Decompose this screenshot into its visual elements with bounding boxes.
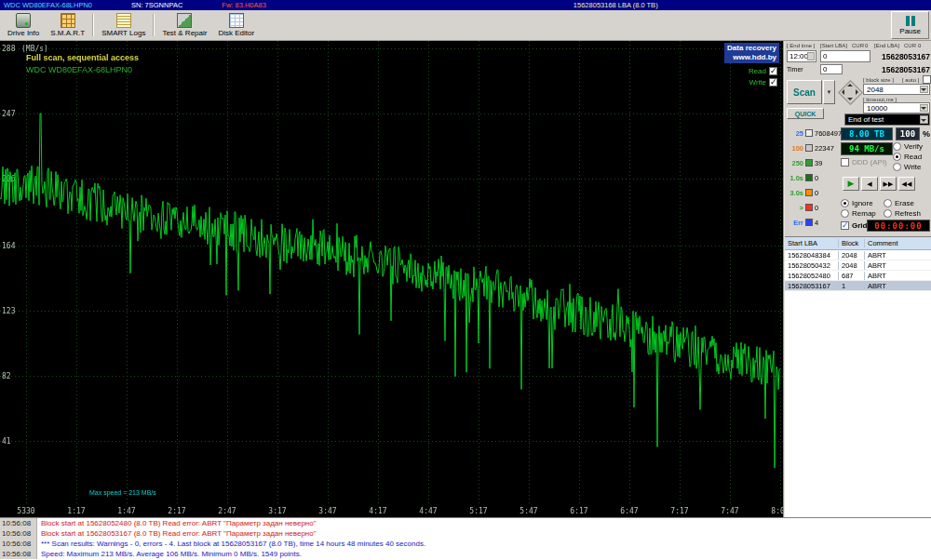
action-option-refresh[interactable]: Refresh bbox=[884, 209, 921, 218]
percent-unit: % bbox=[923, 129, 930, 139]
quick-button[interactable]: QUICK bbox=[787, 108, 824, 119]
action-option-remap[interactable]: Remap bbox=[841, 209, 876, 218]
graph-drive-model: WDC WD80EFAX-68LHPN0 bbox=[26, 65, 132, 74]
skip-back-button[interactable]: ◀◀ bbox=[898, 177, 915, 191]
auto-label: [ auto ] bbox=[902, 77, 919, 83]
dpad-left-icon[interactable] bbox=[839, 89, 844, 95]
mode-option-verify[interactable]: Verify bbox=[893, 142, 923, 151]
test-repair-label: Test & Repair bbox=[162, 29, 207, 37]
end-of-test-value: End of test bbox=[848, 115, 884, 124]
mode-option-write[interactable]: Write bbox=[893, 163, 922, 171]
latency-label: 1.0s bbox=[787, 174, 803, 182]
dpad-up-icon[interactable] bbox=[847, 81, 853, 87]
smart-button[interactable]: S.M.A.R.T bbox=[45, 11, 90, 39]
block-size-combo[interactable]: 2048 bbox=[863, 84, 930, 95]
scan-button[interactable]: Scan bbox=[787, 80, 822, 104]
titlebar: WDC WD80EFAX-68LHPN0 SN: 7SGNNPAC Fw: 83… bbox=[0, 0, 931, 10]
watermark: Data recovery www.hdd.by bbox=[724, 43, 779, 63]
timer-input[interactable] bbox=[820, 64, 843, 74]
ddd-checkbox[interactable] bbox=[841, 158, 849, 167]
latency-label: 3.0s bbox=[787, 189, 803, 197]
defect-table-header: Start LBA Block Comment bbox=[785, 237, 931, 250]
refresh-radio[interactable] bbox=[884, 209, 892, 218]
defect-cell: 1 bbox=[839, 282, 865, 290]
defect-cell: 15628053167 bbox=[785, 282, 839, 290]
cur-end-button[interactable]: CUR bbox=[904, 43, 916, 48]
toolbar: Drive Info S.M.A.R.T SMART Logs Test & R… bbox=[0, 10, 931, 41]
watermark-line1: Data recovery bbox=[727, 44, 776, 53]
write-radio[interactable] bbox=[893, 163, 901, 171]
start-lba-input[interactable] bbox=[820, 50, 870, 62]
log-message: *** Scan results: Warnings - 0, errors -… bbox=[37, 540, 425, 548]
read-radio[interactable] bbox=[893, 153, 901, 161]
cur-start-button[interactable]: CUR bbox=[852, 43, 864, 48]
log-entry[interactable]: 10:56:08Block start at 15628052480 (8.0 … bbox=[0, 518, 931, 528]
latency-count: 39 bbox=[815, 159, 822, 167]
defect-row[interactable]: 15628052480687ABRT bbox=[785, 271, 931, 281]
pause-label: Pause bbox=[899, 27, 921, 35]
end-time-spinner[interactable]: 12:00 bbox=[787, 50, 816, 62]
pause-button[interactable]: Pause bbox=[891, 11, 929, 39]
ignore-radio[interactable] bbox=[841, 199, 849, 207]
action-option-erase[interactable]: Erase bbox=[884, 199, 914, 207]
remap-radio[interactable] bbox=[841, 209, 849, 218]
dpad-right-icon[interactable] bbox=[856, 89, 861, 95]
block-size-value: 2048 bbox=[867, 86, 884, 94]
timeout-value: 10000 bbox=[867, 104, 887, 113]
defect-table: Start LBA Block Comment 156280483842048A… bbox=[785, 236, 931, 517]
latency-row: >0 bbox=[787, 203, 842, 212]
log-timestamp: 10:56:08 bbox=[0, 528, 37, 539]
write-legend-toggle[interactable]: Write bbox=[749, 78, 777, 87]
cur-start-value: 0 bbox=[865, 43, 868, 48]
play-icon: ▶ bbox=[848, 178, 855, 190]
latency-label: 25 bbox=[787, 129, 803, 138]
titlebar-capacity: 15628053168 LBA (8.0 TB) bbox=[573, 0, 658, 10]
write-checkbox[interactable] bbox=[769, 78, 777, 87]
titlebar-serial: SN: 7SGNNPAC bbox=[131, 0, 182, 10]
latency-label: > bbox=[787, 204, 803, 212]
drive-icon bbox=[16, 13, 31, 28]
auto-checkbox[interactable] bbox=[923, 75, 931, 84]
end-of-test-combo[interactable]: End of test bbox=[844, 113, 930, 126]
start-button[interactable]: ▶ bbox=[843, 177, 859, 191]
mode-option-read[interactable]: Read bbox=[893, 153, 922, 161]
log-timestamp: 10:56:08 bbox=[0, 549, 37, 559]
test-repair-icon bbox=[177, 13, 192, 28]
fast-forward-button[interactable]: ▶▶ bbox=[880, 177, 897, 191]
log-entry[interactable]: 10:56:08Block start at 15628053167 (8.0 … bbox=[0, 528, 931, 539]
log-area[interactable]: 10:56:08Block start at 15628052480 (8.0 … bbox=[0, 517, 931, 560]
smart-logs-label: SMART Logs bbox=[101, 29, 145, 37]
disk-editor-button[interactable]: Disk Editor bbox=[212, 11, 260, 39]
timeout-combo[interactable]: 10000 bbox=[863, 102, 930, 113]
read-legend-toggle[interactable]: Read bbox=[749, 67, 777, 75]
log-entry[interactable]: 10:56:08Speed: Maximum 213 MB/s. Average… bbox=[0, 549, 931, 559]
scan-speed-graph: Full scan, sequential access WDC WD80EFA… bbox=[0, 41, 783, 517]
drive-info-button[interactable]: Drive Info bbox=[2, 11, 45, 39]
defect-row[interactable]: 156280504322048ABRT bbox=[785, 260, 931, 271]
read-checkbox[interactable] bbox=[769, 67, 777, 75]
log-entry[interactable]: 10:56:08*** Scan results: Warnings - 0, … bbox=[0, 539, 931, 549]
scan-dropdown-button[interactable]: ▼ bbox=[823, 80, 835, 104]
defect-cell: 15628052480 bbox=[785, 272, 839, 280]
defect-row[interactable]: 156280483842048ABRT bbox=[785, 250, 931, 260]
step-back-button[interactable]: ◀ bbox=[861, 177, 878, 191]
defect-cell: 2048 bbox=[839, 261, 865, 270]
defect-row[interactable]: 156280531671ABRT bbox=[785, 281, 931, 291]
grid-toggle[interactable]: Grid bbox=[841, 221, 867, 230]
latency-label: 250 bbox=[787, 159, 803, 167]
col-start-lba: Start LBA bbox=[785, 239, 839, 247]
dpad-down-icon[interactable] bbox=[847, 98, 853, 103]
erase-radio[interactable] bbox=[884, 199, 892, 207]
drive-info-label: Drive Info bbox=[7, 29, 39, 37]
col-comment: Comment bbox=[865, 239, 931, 247]
navigation-dpad[interactable] bbox=[838, 80, 862, 104]
playback-controls: ▶ ◀ ▶▶ ◀◀ bbox=[843, 177, 915, 191]
smart-logs-button[interactable]: SMART Logs bbox=[96, 11, 151, 39]
logs-icon bbox=[116, 13, 131, 28]
end-time-label: [ End time ] bbox=[787, 43, 815, 48]
ddd-api-option[interactable]: DDD (API) bbox=[841, 158, 887, 167]
action-option-ignore[interactable]: Ignore bbox=[841, 199, 873, 207]
test-repair-button[interactable]: Test & Repair bbox=[156, 11, 212, 39]
grid-checkbox[interactable] bbox=[841, 221, 849, 230]
verify-radio[interactable] bbox=[893, 142, 901, 151]
